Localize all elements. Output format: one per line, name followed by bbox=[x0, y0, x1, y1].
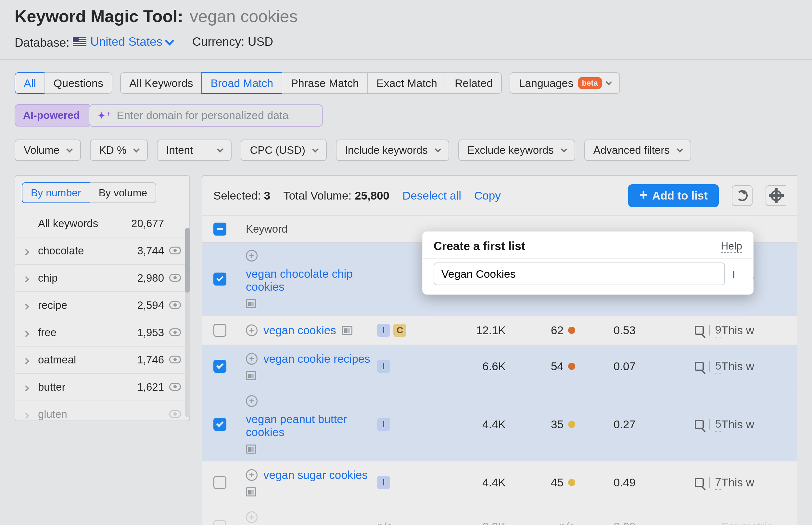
domain-input-wrapper[interactable]: ✦⁺ bbox=[89, 104, 322, 126]
tab-all-keywords[interactable]: All Keywords bbox=[120, 72, 202, 94]
sidebar-group[interactable]: gluten bbox=[15, 401, 189, 421]
add-to-list-button[interactable]: + Add to list bbox=[628, 184, 719, 207]
filter-volume[interactable]: Volume bbox=[15, 139, 81, 161]
sidebar-all-keywords[interactable]: All keywords 20,677 bbox=[15, 210, 189, 237]
last-update: This w bbox=[721, 324, 786, 337]
expand-icon[interactable]: + bbox=[246, 325, 258, 336]
filter-intent[interactable]: Intent bbox=[157, 139, 232, 161]
serp-preview-icon[interactable] bbox=[246, 487, 256, 496]
intent-chip-informational: I bbox=[377, 360, 390, 373]
visibility-toggle-icon[interactable] bbox=[169, 381, 181, 393]
serp-lens-icon bbox=[695, 326, 704, 335]
serp-features-cell[interactable]: 9 bbox=[640, 323, 721, 338]
sort-by-number[interactable]: By number bbox=[22, 182, 90, 203]
serp-preview-icon[interactable] bbox=[246, 445, 256, 454]
visibility-toggle-icon[interactable] bbox=[169, 272, 181, 284]
list-name-input[interactable] bbox=[434, 262, 725, 285]
difficulty-dot-icon bbox=[568, 363, 575, 370]
serp-lens-icon bbox=[695, 362, 704, 371]
table-row: + cookie jar pacific railway n/a 2.9K n/… bbox=[202, 504, 797, 525]
sidebar-item-label: gluten bbox=[38, 408, 113, 421]
check-icon bbox=[733, 271, 734, 278]
sidebar-group[interactable]: recipe 2,594 bbox=[15, 291, 189, 319]
filter-include-keywords[interactable]: Include keywords bbox=[336, 139, 449, 161]
keyword-link[interactable]: vegan cookie recipes bbox=[263, 352, 370, 365]
chevron-down-icon bbox=[133, 146, 140, 152]
col-keyword[interactable]: Keyword bbox=[246, 223, 377, 235]
row-checkbox[interactable] bbox=[213, 273, 227, 286]
sidebar-group[interactable]: butter 1,621 bbox=[15, 373, 189, 401]
settings-button[interactable] bbox=[766, 185, 786, 206]
refresh-button[interactable] bbox=[732, 185, 753, 206]
last-update: This w bbox=[721, 418, 786, 431]
sidebar-group[interactable]: chocolate 3,744 bbox=[15, 237, 189, 264]
visibility-toggle-icon[interactable] bbox=[169, 408, 181, 421]
sidebar-scrollbar[interactable] bbox=[185, 228, 190, 417]
intent-na: n/a bbox=[377, 520, 429, 525]
chevron-right-icon bbox=[24, 245, 33, 257]
visibility-toggle-icon[interactable] bbox=[169, 299, 181, 312]
filter-cpc[interactable]: CPC (USD) bbox=[241, 139, 327, 161]
visibility-toggle-icon[interactable] bbox=[169, 354, 181, 366]
sidebar-item-label: oatmeal bbox=[38, 354, 113, 366]
tab-phrase-match[interactable]: Phrase Match bbox=[281, 72, 368, 94]
volume-cell: 12.1K bbox=[429, 324, 510, 337]
select-all-checkbox[interactable] bbox=[213, 223, 227, 236]
serp-features-cell[interactable]: 7 bbox=[640, 475, 721, 490]
serp-preview-icon[interactable] bbox=[342, 326, 352, 335]
keyword-link[interactable]: vegan peanut butter cookies bbox=[246, 413, 377, 439]
row-checkbox[interactable] bbox=[213, 324, 227, 337]
confirm-button[interactable] bbox=[733, 271, 734, 277]
expand-icon[interactable]: + bbox=[246, 353, 258, 365]
page-header: Keyword Magic Tool: vegan cookies Databa… bbox=[0, 0, 812, 59]
row-checkbox[interactable] bbox=[213, 418, 227, 431]
serp-features-cell[interactable]: 5 bbox=[640, 417, 721, 432]
expand-icon[interactable]: + bbox=[246, 469, 258, 481]
chevron-down-icon bbox=[165, 36, 174, 45]
tab-all[interactable]: All bbox=[15, 72, 45, 94]
serp-preview-icon[interactable] bbox=[246, 371, 256, 380]
row-checkbox[interactable] bbox=[213, 360, 227, 373]
tab-broad-match[interactable]: Broad Match bbox=[201, 72, 282, 94]
keyword-link[interactable]: vegan sugar cookies bbox=[263, 468, 368, 481]
volume-cell: 4.4K bbox=[429, 476, 510, 489]
row-checkbox[interactable] bbox=[213, 476, 227, 489]
serp-preview-icon[interactable] bbox=[246, 299, 256, 308]
tab-questions[interactable]: Questions bbox=[44, 72, 112, 94]
deselect-all-link[interactable]: Deselect all bbox=[403, 189, 461, 202]
row-checkbox[interactable] bbox=[213, 520, 227, 525]
tab-related[interactable]: Related bbox=[446, 72, 502, 94]
database-selector[interactable]: Database: United States bbox=[15, 35, 173, 50]
visibility-toggle-icon[interactable] bbox=[169, 245, 181, 257]
keyword-link[interactable]: vegan cookies bbox=[263, 324, 336, 337]
filter-exclude-keywords[interactable]: Exclude keywords bbox=[458, 139, 575, 161]
help-link[interactable]: Help bbox=[721, 240, 742, 253]
filter-advanced[interactable]: Advanced filters bbox=[584, 139, 691, 161]
sparkle-icon: ✦⁺ bbox=[97, 109, 112, 122]
expand-icon[interactable]: + bbox=[246, 395, 258, 407]
serp-features-cell[interactable]: 5 bbox=[640, 359, 721, 374]
sort-by-volume[interactable]: By volume bbox=[90, 182, 156, 203]
serp-lens-icon bbox=[695, 420, 704, 429]
toolbar: All Questions All Keywords Broad Match P… bbox=[0, 60, 812, 161]
expand-icon[interactable]: + bbox=[246, 250, 258, 261]
sidebar-group[interactable]: chip 2,980 bbox=[15, 264, 189, 291]
filter-kd[interactable]: KD % bbox=[90, 139, 148, 161]
copy-link[interactable]: Copy bbox=[474, 189, 501, 202]
intent-chip-informational: I bbox=[377, 476, 390, 489]
chevron-right-icon bbox=[24, 272, 33, 284]
sidebar-group[interactable]: free 1,953 bbox=[15, 319, 189, 346]
expand-icon[interactable]: + bbox=[246, 511, 258, 523]
last-update: This w bbox=[721, 360, 786, 373]
languages-dropdown[interactable]: Languages beta bbox=[510, 72, 620, 94]
keyword-link[interactable]: vegan chocolate chip cookies bbox=[246, 267, 377, 293]
sidebar-group[interactable]: oatmeal 1,746 bbox=[15, 346, 189, 373]
scrollbar-thumb[interactable] bbox=[185, 228, 190, 293]
content-area: By number By volume All keywords 20,677 … bbox=[0, 161, 812, 525]
domain-input[interactable] bbox=[117, 109, 314, 122]
database-label: Database: bbox=[15, 36, 70, 49]
visibility-toggle-icon[interactable] bbox=[169, 327, 181, 339]
cpc-cell: 0.27 bbox=[575, 418, 640, 431]
table-row: + vegan sugar cookies I 4.4K 45 0.49 7 T… bbox=[202, 461, 797, 504]
tab-exact-match[interactable]: Exact Match bbox=[367, 72, 446, 94]
